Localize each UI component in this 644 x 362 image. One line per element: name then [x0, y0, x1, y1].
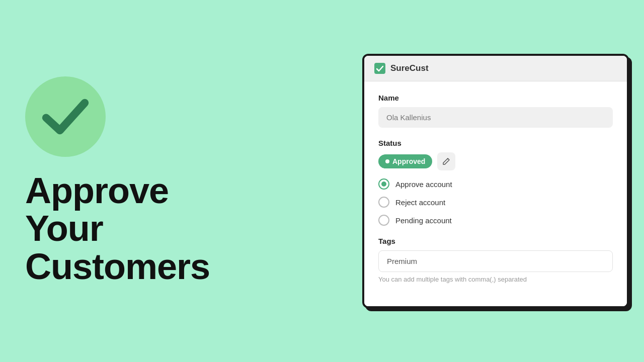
- radio-label-reject: Reject account: [395, 198, 445, 207]
- radio-outer-approve: [378, 178, 389, 190]
- radio-label-approve: Approve account: [395, 180, 452, 189]
- app-titlebar: SureCust: [364, 56, 627, 81]
- checkmark-circle: [25, 76, 106, 157]
- app-title: SureCust: [390, 63, 429, 73]
- app-logo-icon: [376, 64, 384, 72]
- tags-field-group: Tags You can add multiple tags with comm…: [378, 237, 613, 283]
- app-window: SureCust Name Status Approved: [362, 54, 629, 308]
- radio-outer-reject: [378, 197, 389, 208]
- headline: Approve Your Customers: [25, 172, 210, 286]
- radio-item-approve[interactable]: Approve account: [378, 178, 613, 190]
- radio-item-reject[interactable]: Reject account: [378, 197, 613, 208]
- name-label: Name: [378, 94, 613, 102]
- status-label: Status: [378, 139, 613, 147]
- tags-label: Tags: [378, 237, 613, 245]
- pencil-icon: [442, 157, 450, 165]
- right-panel: SureCust Name Status Approved: [347, 34, 644, 328]
- status-badge-dot: [385, 159, 389, 163]
- status-field-group: Status Approved: [378, 139, 613, 226]
- status-badge-text: Approved: [392, 157, 425, 165]
- checkmark-icon: [38, 89, 93, 144]
- radio-inner-approve: [381, 182, 386, 187]
- app-content: Name Status Approved: [364, 81, 627, 306]
- radio-outer-pending: [378, 215, 389, 226]
- tags-hint: You can add multiple tags with comma(,) …: [378, 276, 613, 283]
- tags-input[interactable]: [378, 250, 613, 272]
- edit-status-button[interactable]: [437, 152, 455, 170]
- radio-item-pending[interactable]: Pending account: [378, 215, 613, 226]
- radio-label-pending: Pending account: [395, 216, 452, 225]
- status-row: Approved: [378, 152, 613, 170]
- name-input[interactable]: [378, 107, 613, 128]
- status-badge: Approved: [378, 154, 432, 168]
- name-field-group: Name: [378, 94, 613, 128]
- app-logo: [374, 63, 385, 74]
- radio-group: Approve account Reject account Pending a…: [378, 178, 613, 226]
- left-panel: Approve Your Customers: [0, 56, 347, 306]
